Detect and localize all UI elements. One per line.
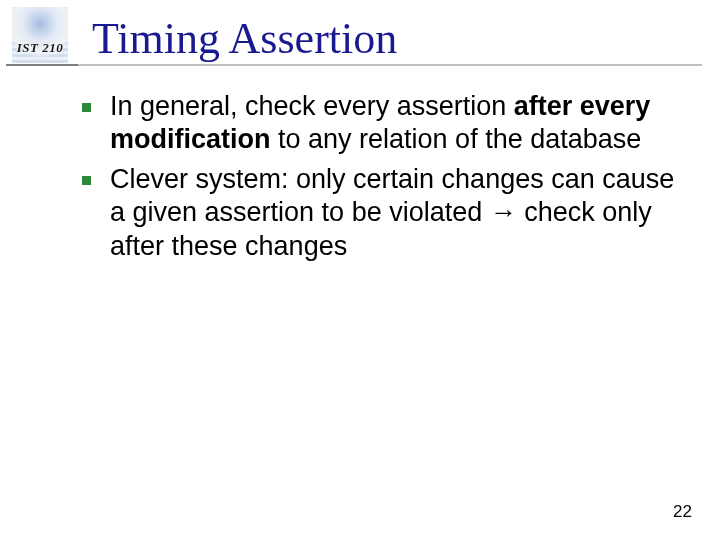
- bullet-text-pre: In general, check every assertion: [110, 91, 514, 121]
- square-bullet-icon: [82, 103, 91, 112]
- slide-title: Timing Assertion: [92, 13, 397, 64]
- title-underline-accent: [6, 64, 78, 66]
- slide-header: IST 210 Timing Assertion: [0, 0, 720, 70]
- slide-content: In general, check every assertion after …: [0, 70, 720, 263]
- bullet-item: Clever system: only certain changes can …: [110, 163, 680, 263]
- course-logo: IST 210: [0, 0, 80, 70]
- course-label: IST 210: [6, 40, 74, 56]
- bullet-text-post: to any relation of the database: [271, 124, 642, 154]
- square-bullet-icon: [82, 176, 91, 185]
- page-number: 22: [673, 502, 692, 522]
- bullet-list: In general, check every assertion after …: [110, 90, 680, 263]
- arrow-icon: →: [490, 197, 517, 227]
- title-underline: [6, 64, 702, 66]
- bullet-item: In general, check every assertion after …: [110, 90, 680, 157]
